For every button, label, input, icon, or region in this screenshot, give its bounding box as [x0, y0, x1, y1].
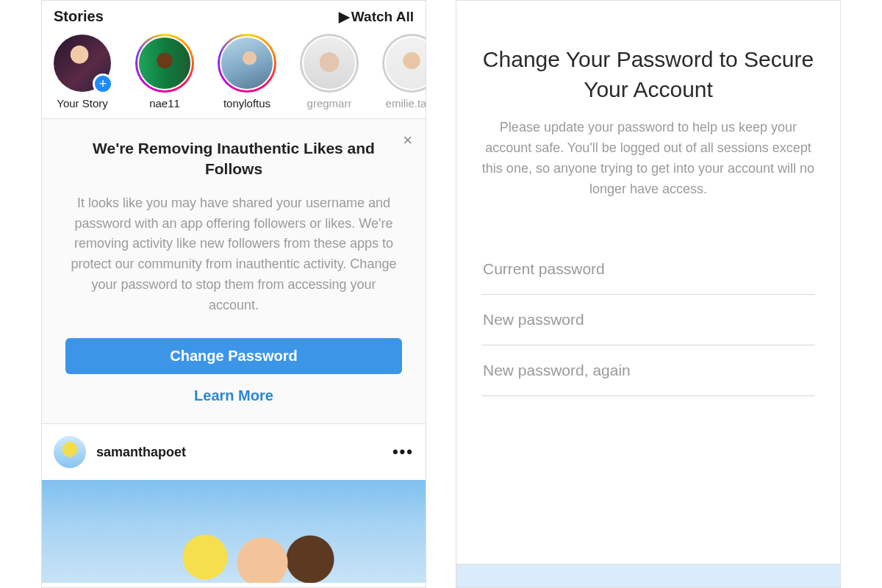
- confirm-password-input[interactable]: [481, 345, 815, 396]
- current-password-input[interactable]: [481, 244, 815, 295]
- new-password-input[interactable]: [481, 295, 815, 345]
- story-item[interactable]: emilie.ta…: [379, 34, 426, 110]
- stories-row[interactable]: + Your Story nae11 tonyloftus: [42, 29, 426, 118]
- learn-more-link[interactable]: Learn More: [65, 384, 402, 407]
- story-item[interactable]: tonyloftus: [214, 34, 280, 110]
- feed-screen: Stories ▶ Watch All + Your Story nae11: [41, 0, 426, 588]
- add-story-icon[interactable]: +: [93, 74, 113, 94]
- stories-title: Stories: [54, 8, 104, 25]
- watch-all-label: Watch All: [351, 9, 414, 25]
- notice-title: We're Removing Inauthentic Likes and Fol…: [65, 138, 402, 180]
- avatar-icon: [384, 36, 426, 90]
- story-item[interactable]: nae11: [132, 34, 198, 110]
- play-icon: ▶: [339, 8, 350, 25]
- story-label: gregmarr: [307, 97, 352, 110]
- notice-body: It looks like you may have shared your u…: [65, 193, 402, 316]
- story-label: Your Story: [57, 97, 108, 110]
- stories-header: Stories ▶ Watch All: [42, 1, 426, 29]
- story-label: tonyloftus: [223, 97, 270, 110]
- avatar-icon: [137, 36, 192, 90]
- change-password-screen: Change Your Password to Secure Your Acco…: [456, 0, 841, 588]
- story-label: nae11: [149, 97, 180, 110]
- password-form: [481, 244, 815, 396]
- post-image[interactable]: [42, 480, 426, 583]
- story-ring: [135, 34, 194, 93]
- story-ring: [300, 34, 359, 93]
- more-options-icon[interactable]: •••: [392, 442, 414, 462]
- story-item[interactable]: gregmarr: [296, 34, 362, 110]
- post-username[interactable]: samanthapoet: [96, 445, 382, 460]
- story-label: emilie.ta…: [386, 97, 426, 110]
- close-icon[interactable]: ×: [403, 131, 412, 150]
- avatar-icon: [302, 36, 356, 90]
- change-password-button[interactable]: Change Password: [65, 338, 402, 374]
- avatar-icon: [220, 36, 274, 90]
- security-notice-card: × We're Removing Inauthentic Likes and F…: [42, 118, 426, 424]
- page-subtitle: Please update your password to help us k…: [481, 118, 815, 200]
- bottom-action-bar[interactable]: [456, 564, 840, 587]
- story-ring: [382, 34, 426, 93]
- story-your-story[interactable]: + Your Story: [49, 34, 115, 110]
- story-ring: [218, 34, 276, 93]
- post-header: samanthapoet •••: [42, 424, 426, 480]
- page-title: Change Your Password to Secure Your Acco…: [481, 45, 815, 104]
- watch-all-button[interactable]: ▶ Watch All: [339, 8, 414, 25]
- avatar-icon[interactable]: [54, 436, 86, 468]
